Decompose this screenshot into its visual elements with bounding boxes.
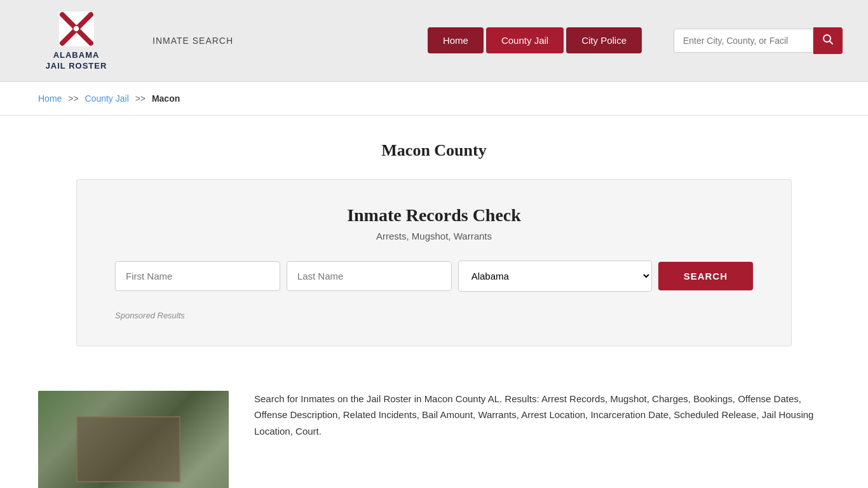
logo-text: ALABAMA JAIL ROSTER [46,50,107,72]
breadcrumb-home[interactable]: Home [38,93,62,104]
description-text: Search for Inmates on the Jail Roster in… [254,391,830,440]
nav-buttons: Home County Jail City Police [428,27,642,53]
page-title: Macon County [38,141,830,160]
records-form: AlabamaAlaskaArizonaArkansasCaliforniaCo… [115,261,753,292]
svg-point-3 [73,25,79,32]
breadcrumb-county-jail[interactable]: County Jail [85,93,129,104]
records-subtitle: Arrests, Mugshot, Warrants [115,231,753,241]
header-search-input[interactable] [674,29,813,53]
breadcrumb: Home >> County Jail >> Macon [38,93,830,104]
nav-county-jail-button[interactable]: County Jail [486,27,564,53]
breadcrumb-sep1: >> [68,93,78,104]
state-select[interactable]: AlabamaAlaskaArizonaArkansasCaliforniaCo… [458,261,652,292]
logo-icon [57,10,95,48]
bottom-section: Search for Inmates on the Jail Roster in… [0,372,868,488]
sponsored-label: Sponsored Results [115,311,753,320]
records-title: Inmate Records Check [115,205,753,226]
breadcrumb-current: Macon [152,93,180,104]
records-check-box: Inmate Records Check Arrests, Mugshot, W… [76,179,792,346]
first-name-input[interactable] [115,261,280,291]
svg-line-5 [830,41,833,44]
main-content: Macon County Inmate Records Check Arrest… [0,116,868,372]
header: ALABAMA JAIL ROSTER INMATE SEARCH Home C… [0,0,868,82]
breadcrumb-sep2: >> [135,93,146,104]
nav-city-police-button[interactable]: City Police [566,27,642,53]
breadcrumb-bar: Home >> County Jail >> Macon [0,82,868,116]
nav-home-button[interactable]: Home [428,27,484,53]
facility-image [38,391,229,488]
last-name-input[interactable] [287,261,452,291]
header-search-button[interactable] [813,27,843,54]
header-search-area [674,27,843,54]
logo: ALABAMA JAIL ROSTER [25,10,127,72]
search-main-button[interactable]: SEARCH [658,262,753,290]
inmate-search-label: INMATE SEARCH [153,36,233,46]
